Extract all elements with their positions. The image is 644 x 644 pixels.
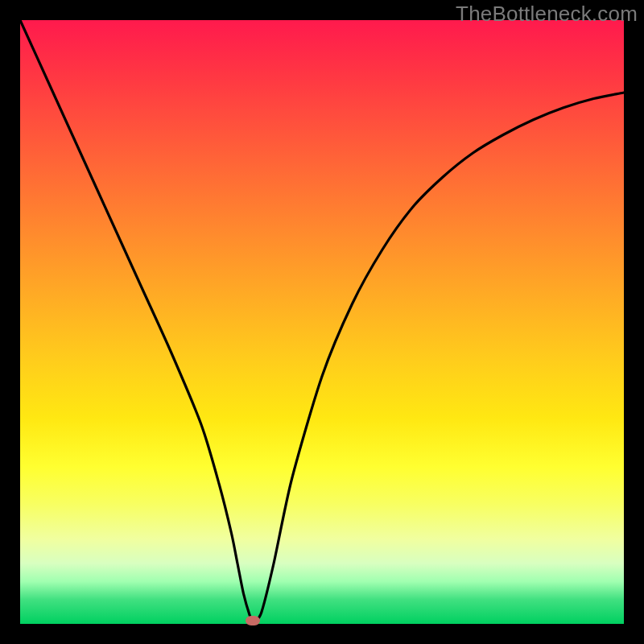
- minimum-marker: [246, 616, 260, 625]
- chart-frame: TheBottleneck.com: [0, 0, 644, 644]
- bottleneck-curve: [20, 20, 624, 621]
- curve-svg: [20, 20, 624, 624]
- watermark-text: TheBottleneck.com: [456, 2, 638, 27]
- plot-area: [20, 20, 624, 624]
